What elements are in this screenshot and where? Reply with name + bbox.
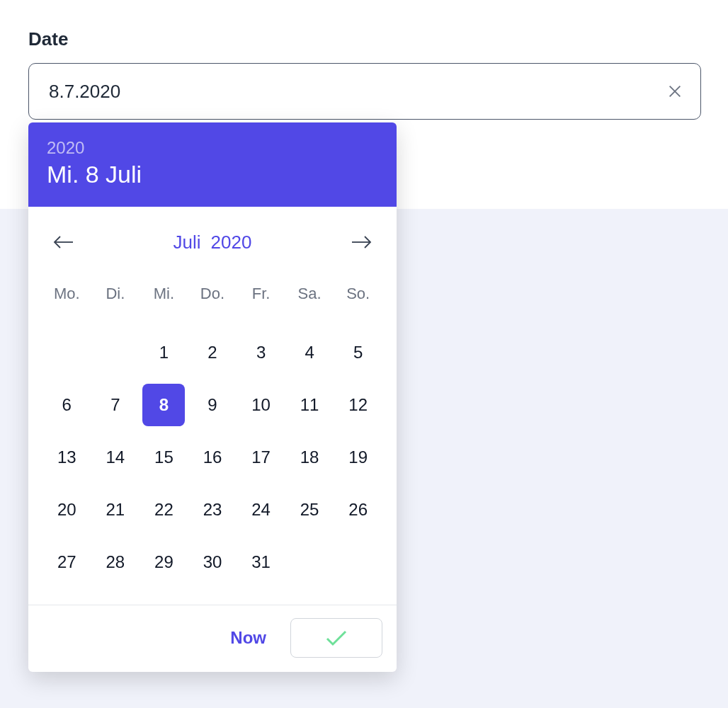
calendar-day[interactable]: 25 (288, 489, 331, 531)
calendar-day[interactable]: 10 (240, 384, 283, 426)
calendar-day[interactable]: 17 (240, 436, 283, 479)
weekday-header: Di. (91, 278, 140, 321)
date-input-wrapper (28, 63, 701, 120)
datepicker-year-select[interactable]: 2020 (211, 232, 252, 253)
calendar-day[interactable]: 11 (288, 384, 331, 426)
calendar-empty-cell (94, 331, 137, 374)
weekday-header: So. (334, 278, 382, 321)
prev-month-button[interactable] (50, 228, 78, 256)
arrow-left-icon (53, 235, 74, 249)
calendar-day[interactable]: 28 (94, 541, 137, 583)
weekday-header: Mi. (140, 278, 188, 321)
datepicker-nav: Juli 2020 (28, 207, 397, 270)
confirm-button[interactable] (290, 618, 382, 658)
weekday-header: Fr. (237, 278, 285, 321)
calendar-day[interactable]: 29 (142, 541, 185, 583)
calendar-day[interactable]: 31 (240, 541, 283, 583)
calendar-day[interactable]: 19 (337, 436, 380, 479)
weekday-header: Mo. (42, 278, 91, 321)
calendar-day[interactable]: 14 (94, 436, 137, 479)
weekday-header: Do. (188, 278, 237, 321)
datepicker-header: 2020 Mi. 8 Juli (28, 122, 397, 207)
date-input[interactable] (28, 63, 701, 120)
now-button[interactable]: Now (223, 620, 273, 656)
arrow-right-icon (351, 235, 372, 249)
calendar-day[interactable]: 9 (191, 384, 234, 426)
calendar-day[interactable]: 6 (45, 384, 88, 426)
calendar-day[interactable]: 4 (288, 331, 331, 374)
calendar-day[interactable]: 20 (45, 489, 88, 531)
calendar-day[interactable]: 18 (288, 436, 331, 479)
calendar-day[interactable]: 3 (240, 331, 283, 374)
calendar-day[interactable]: 7 (94, 384, 137, 426)
datepicker-grid: Mo.Di.Mi.Do.Fr.Sa.So.1234567891011121314… (28, 270, 397, 605)
clear-button[interactable] (664, 81, 686, 102)
calendar-day[interactable]: 8 (142, 384, 185, 426)
calendar-day[interactable]: 26 (337, 489, 380, 531)
date-field-container: Date 2020 Mi. 8 Juli Juli 2020 (0, 0, 728, 148)
calendar-day[interactable]: 2 (191, 331, 234, 374)
calendar-day[interactable]: 23 (191, 489, 234, 531)
calendar-day[interactable]: 16 (191, 436, 234, 479)
calendar-day[interactable]: 5 (337, 331, 380, 374)
calendar-day[interactable]: 30 (191, 541, 234, 583)
calendar-day[interactable]: 15 (142, 436, 185, 479)
datepicker-footer: Now (28, 605, 397, 672)
calendar-day[interactable]: 1 (142, 331, 185, 374)
datepicker-selected-date[interactable]: Mi. 8 Juli (47, 161, 378, 188)
next-month-button[interactable] (347, 228, 375, 256)
calendar-day[interactable]: 13 (45, 436, 88, 479)
datepicker-month-year: Juli 2020 (174, 232, 252, 253)
datepicker-year[interactable]: 2020 (47, 138, 378, 158)
close-icon (667, 84, 683, 99)
datepicker-popup: 2020 Mi. 8 Juli Juli 2020 Mo.Di.Mi. (28, 122, 397, 672)
calendar-day[interactable]: 21 (94, 489, 137, 531)
date-field-label: Date (28, 28, 700, 50)
weekday-header: Sa. (285, 278, 334, 321)
calendar-day[interactable]: 27 (45, 541, 88, 583)
calendar-day[interactable]: 12 (337, 384, 380, 426)
calendar-day[interactable]: 22 (142, 489, 185, 531)
calendar-empty-cell (45, 331, 88, 374)
datepicker-month-select[interactable]: Juli (174, 232, 201, 253)
check-icon (325, 629, 348, 646)
calendar-day[interactable]: 24 (240, 489, 283, 531)
